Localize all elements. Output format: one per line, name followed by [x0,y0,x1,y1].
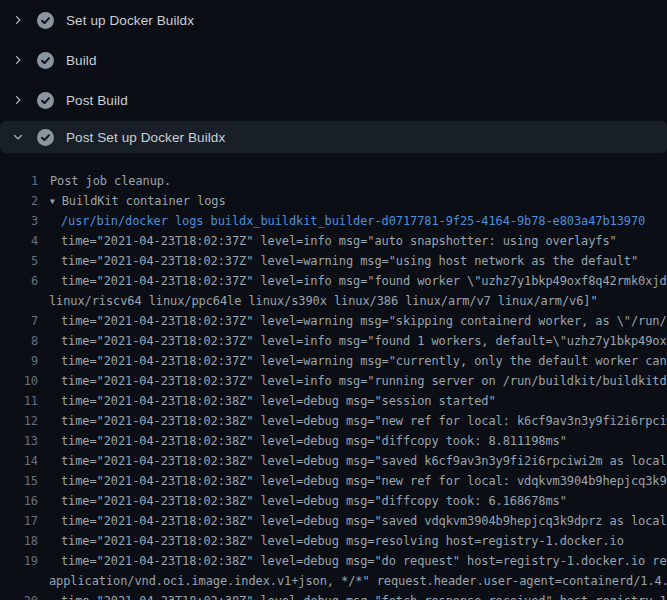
log-line-number[interactable]: 15 [0,471,38,491]
log-line-number [0,571,38,591]
log-row: 5time="2021-04-23T18:02:37Z" level=warni… [0,251,667,271]
log-row: 1Post job cleanup. [0,171,667,191]
log-line-text: application/vnd.oci.image.index.v1+json,… [38,571,667,591]
log-line-text: time="2021-04-23T18:02:38Z" level=debug … [38,591,667,600]
log-line-number[interactable]: 14 [0,451,38,471]
check-circle-icon [37,12,54,29]
log-row: 15time="2021-04-23T18:02:38Z" level=debu… [0,471,667,491]
log-line-number[interactable]: 10 [0,371,38,391]
log-row: 12time="2021-04-23T18:02:38Z" level=debu… [0,411,667,431]
log-row: 7time="2021-04-23T18:02:37Z" level=warni… [0,311,667,331]
log-row: 14time="2021-04-23T18:02:38Z" level=debu… [0,451,667,471]
steps-list: Set up Docker BuildxBuildPost BuildPost … [0,0,667,153]
log-row: 13time="2021-04-23T18:02:38Z" level=debu… [0,431,667,451]
log-line-number[interactable]: 20 [0,591,38,600]
log-group-toggle[interactable]: ▼BuildKit container logs [38,191,667,211]
step-row-build[interactable]: Build [0,40,667,80]
log-line-number[interactable]: 19 [0,551,38,571]
log-line-number[interactable]: 4 [0,231,38,251]
log-line-number[interactable]: 2 [0,191,38,211]
log-row: 16time="2021-04-23T18:02:38Z" level=debu… [0,491,667,511]
log-line-text: time="2021-04-23T18:02:37Z" level=warnin… [38,311,667,331]
log-row: application/vnd.oci.image.index.v1+json,… [0,571,667,591]
chevron-right-icon [12,14,24,26]
log-row: 9time="2021-04-23T18:02:37Z" level=warni… [0,351,667,371]
log-row: 11time="2021-04-23T18:02:38Z" level=debu… [0,391,667,411]
log-line-text: time="2021-04-23T18:02:38Z" level=debug … [38,471,667,491]
log-viewer: 1Post job cleanup.2▼BuildKit container l… [0,153,667,600]
log-line-text: time="2021-04-23T18:02:38Z" level=debug … [38,531,667,551]
log-line-text: time="2021-04-23T18:02:38Z" level=debug … [38,391,667,411]
log-line-text: time="2021-04-23T18:02:38Z" level=debug … [38,511,667,531]
log-line-text: time="2021-04-23T18:02:37Z" level=info m… [38,231,667,251]
log-row: 2▼BuildKit container logs [0,191,667,211]
log-line-number[interactable]: 12 [0,411,38,431]
log-line-number[interactable]: 6 [0,271,38,291]
chevron-right-icon [12,54,24,66]
log-line-number[interactable]: 5 [0,251,38,271]
log-row: 20time="2021-04-23T18:02:38Z" level=debu… [0,591,667,600]
log-line-text: time="2021-04-23T18:02:38Z" level=debug … [38,411,667,431]
step-label: Build [66,53,97,68]
log-line-number[interactable]: 18 [0,531,38,551]
log-line-text: time="2021-04-23T18:02:38Z" level=debug … [38,451,667,471]
step-label: Post Build [66,93,128,108]
log-line-text: time="2021-04-23T18:02:37Z" level=info m… [38,371,667,391]
step-row-set-up-docker-buildx[interactable]: Set up Docker Buildx [0,0,667,40]
chevron-down-icon [12,131,24,143]
log-row: 10time="2021-04-23T18:02:37Z" level=info… [0,371,667,391]
chevron-right-icon [12,94,24,106]
log-row: 8time="2021-04-23T18:02:37Z" level=info … [0,331,667,351]
log-line-text: time="2021-04-23T18:02:37Z" level=warnin… [38,251,667,271]
log-line-text: Post job cleanup. [38,171,667,191]
step-label: Post Set up Docker Buildx [66,130,225,145]
log-row: linux/riscv64 linux/ppc64le linux/s390x … [0,291,667,311]
step-row-post-build[interactable]: Post Build [0,80,667,120]
log-line-text: time="2021-04-23T18:02:38Z" level=debug … [38,491,667,511]
check-circle-icon [37,129,54,146]
log-line-number[interactable]: 7 [0,311,38,331]
log-line-number[interactable]: 11 [0,391,38,411]
log-line-number[interactable]: 1 [0,171,38,191]
log-line-text: time="2021-04-23T18:02:37Z" level=info m… [38,271,667,291]
log-row: 19time="2021-04-23T18:02:38Z" level=debu… [0,551,667,571]
log-line-number[interactable]: 3 [0,211,38,231]
step-label: Set up Docker Buildx [66,13,194,28]
log-line-number[interactable]: 17 [0,511,38,531]
log-line-number[interactable]: 13 [0,431,38,451]
log-row: 17time="2021-04-23T18:02:38Z" level=debu… [0,511,667,531]
log-line-text: time="2021-04-23T18:02:38Z" level=debug … [38,551,667,571]
log-line-text: time="2021-04-23T18:02:37Z" level=info m… [38,331,667,351]
log-line-text: linux/riscv64 linux/ppc64le linux/s390x … [38,291,667,311]
log-line-text: /usr/bin/docker logs buildx_buildkit_bui… [38,211,667,231]
log-line-text: time="2021-04-23T18:02:38Z" level=debug … [38,431,667,451]
log-line-number [0,291,38,311]
log-row: 4time="2021-04-23T18:02:37Z" level=info … [0,231,667,251]
log-line-number[interactable]: 9 [0,351,38,371]
log-line-number[interactable]: 16 [0,491,38,511]
log-row: 6time="2021-04-23T18:02:37Z" level=info … [0,271,667,291]
group-collapse-icon: ▼ [50,192,55,211]
check-circle-icon [37,92,54,109]
step-row-post-set-up-docker-buildx[interactable]: Post Set up Docker Buildx [0,121,667,153]
log-line-number[interactable]: 8 [0,331,38,351]
log-line-text: time="2021-04-23T18:02:37Z" level=warnin… [38,351,667,371]
log-row: 18time="2021-04-23T18:02:38Z" level=debu… [0,531,667,551]
log-group-label: BuildKit container logs [62,194,226,208]
check-circle-icon [37,52,54,69]
log-row: 3/usr/bin/docker logs buildx_buildkit_bu… [0,211,667,231]
